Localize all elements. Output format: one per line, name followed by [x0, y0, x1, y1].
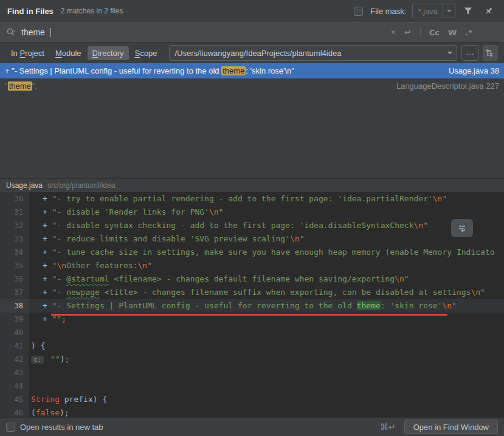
find-in-files-dialog: Find in Files 2 matches in 2 files File … — [0, 0, 504, 436]
scope-option-directory[interactable]: Directory — [88, 46, 129, 60]
code-text[interactable]: + "- tune cache size in settings, make s… — [29, 246, 495, 259]
file-mask-value: *.java — [413, 7, 443, 16]
search-actions: × ↵ Cc W .* — [391, 27, 498, 37]
code-line-46: 46(false); — [0, 406, 504, 417]
search-row: theme × ↵ Cc W .* — [0, 22, 504, 43]
open-in-find-window-button[interactable]: Open in Find Window — [404, 420, 498, 434]
clear-search-icon[interactable]: × — [391, 27, 396, 37]
line-number: 30 — [0, 192, 29, 206]
code-text[interactable]: + "- Settings | PlantUML config - useful… — [29, 299, 457, 313]
pin-icon — [484, 6, 494, 16]
file-mask-arrow[interactable] — [443, 4, 455, 18]
line-number: 33 — [0, 232, 29, 246]
code-line-32: 32+ "- disable syntax checking - add to … — [0, 219, 504, 232]
line-number: 39 — [0, 313, 29, 326]
regex-toggle[interactable]: .* — [465, 28, 472, 37]
path-dropdown-arrow[interactable] — [443, 46, 457, 60]
file-mask-checkbox[interactable] — [354, 7, 363, 16]
code-text[interactable]: c: ""); — [29, 353, 69, 366]
code-line-38: 38+ "- Settings | PlantUML config - usef… — [0, 299, 504, 313]
search-query-text: theme — [21, 27, 45, 37]
result-text: "theme", — [5, 81, 389, 91]
result-row[interactable]: "theme",LanguageDescriptor.java 227 — [0, 78, 504, 94]
line-number: 37 — [0, 286, 29, 299]
directory-path-value: /Users/liuwangyang/IdeaProjects/plantuml… — [170, 49, 443, 58]
preview-editor[interactable]: 30+ "- try to enable partial rendering -… — [0, 192, 504, 417]
code-text[interactable]: + "- try to enable partial rendering - a… — [29, 192, 447, 206]
match-case-toggle[interactable]: Cc — [429, 28, 440, 37]
code-line-35: 35+ "\nOther features:\n" — [0, 259, 504, 272]
project-structure-button[interactable] — [483, 45, 498, 61]
dialog-title: Find in Files — [7, 7, 54, 16]
code-text[interactable]: + "- disable syntax checking - add to th… — [29, 219, 428, 232]
preview-header: Usage.java src/org/plantuml/idea — [0, 178, 504, 192]
code-line-31: 31+ "- disable 'Render links for PNG'\n" — [0, 206, 504, 219]
scope-option-project[interactable]: In Project — [6, 46, 49, 60]
scope-options: In ProjectModuleDirectoryScope — [6, 46, 162, 60]
open-results-new-tab-label: Open results in new tab — [20, 423, 103, 432]
line-number: 42 — [0, 353, 29, 366]
newline-icon[interactable]: ↵ — [404, 27, 412, 37]
scope-row: In ProjectModuleDirectoryScope /Users/li… — [0, 43, 504, 63]
open-results-new-tab-checkbox[interactable] — [6, 423, 15, 432]
soft-wrap-button[interactable] — [451, 219, 473, 237]
result-text: + "- Settings | PlantUML config - useful… — [5, 66, 441, 75]
code-line-36: 36+ "- @startuml <filename> - changes de… — [0, 272, 504, 286]
dialog-header: Find in Files 2 matches in 2 files File … — [0, 0, 504, 22]
filter-icon — [463, 6, 473, 16]
code-line-44: 44 — [0, 379, 504, 393]
search-icon — [6, 27, 16, 38]
line-number: 43 — [0, 366, 29, 379]
directory-tree-icon — [485, 48, 495, 58]
line-number: 41 — [0, 339, 29, 353]
line-number: 35 — [0, 259, 29, 272]
code-line-40: 40 — [0, 326, 504, 339]
editor-lines: 30+ "- try to enable partial rendering -… — [0, 192, 504, 417]
match-line-red-underline — [51, 314, 447, 316]
preview-file-path: src/org/plantuml/idea — [47, 181, 115, 190]
code-text[interactable] — [29, 326, 31, 339]
result-file-location: Usage.java 38 — [449, 66, 499, 75]
filter-button[interactable] — [460, 3, 476, 19]
file-mask-combo[interactable]: *.java — [412, 4, 455, 18]
result-row[interactable]: + "- Settings | PlantUML config - useful… — [0, 63, 504, 78]
line-number: 32 — [0, 219, 29, 232]
pin-button[interactable] — [481, 3, 497, 19]
words-toggle[interactable]: W — [448, 28, 457, 37]
code-line-34: 34+ "- tune cache size in settings, make… — [0, 246, 504, 259]
browse-directory-button[interactable]: ... — [461, 45, 478, 61]
line-number: 31 — [0, 206, 29, 219]
dialog-footer: Open results in new tab ⌘↵ Open in Find … — [0, 417, 504, 436]
match-summary: 2 matches in 2 files — [61, 7, 123, 15]
line-number: 38 — [0, 299, 29, 313]
scope-option-module[interactable]: Module — [50, 46, 86, 60]
code-line-33: 33+ "- reduce limits and disable 'SVG pr… — [0, 232, 504, 246]
directory-path-combo[interactable]: /Users/liuwangyang/IdeaProjects/plantuml… — [169, 45, 457, 61]
code-text[interactable]: String prefix) { — [29, 393, 107, 406]
code-text[interactable]: + "- newpage <title> - changes filename … — [29, 286, 485, 299]
line-number: 44 — [0, 379, 29, 393]
line-number: 45 — [0, 393, 29, 406]
divider — [420, 28, 421, 37]
scope-option-scope[interactable]: Scope — [130, 46, 162, 60]
result-file-location: LanguageDescriptor.java 227 — [396, 81, 499, 91]
line-number: 34 — [0, 246, 29, 259]
code-text[interactable]: (false); — [29, 406, 69, 417]
search-input[interactable]: theme — [6, 27, 391, 38]
preview-file-name: Usage.java — [6, 181, 43, 190]
soft-wrap-icon — [457, 223, 468, 234]
chevron-down-icon — [447, 52, 452, 57]
code-text[interactable]: + "- reduce limits and disable 'SVG prev… — [29, 232, 304, 246]
code-text[interactable]: + "\nOther features:\n" — [29, 259, 152, 272]
chevron-down-icon — [447, 10, 452, 15]
code-line-42: 42c: ""); — [0, 353, 504, 366]
code-line-45: 45String prefix) { — [0, 393, 504, 406]
code-text[interactable]: ) { — [29, 339, 45, 353]
code-text[interactable] — [29, 366, 31, 379]
code-line-37: 37+ "- newpage <title> - changes filenam… — [0, 286, 504, 299]
code-text[interactable] — [29, 379, 31, 393]
code-line-43: 43 — [0, 366, 504, 379]
code-text[interactable]: + "- @startuml <filename> - changes defa… — [29, 272, 409, 286]
code-text[interactable]: + "- disable 'Render links for PNG'\n" — [29, 206, 223, 219]
code-line-30: 30+ "- try to enable partial rendering -… — [0, 192, 504, 206]
